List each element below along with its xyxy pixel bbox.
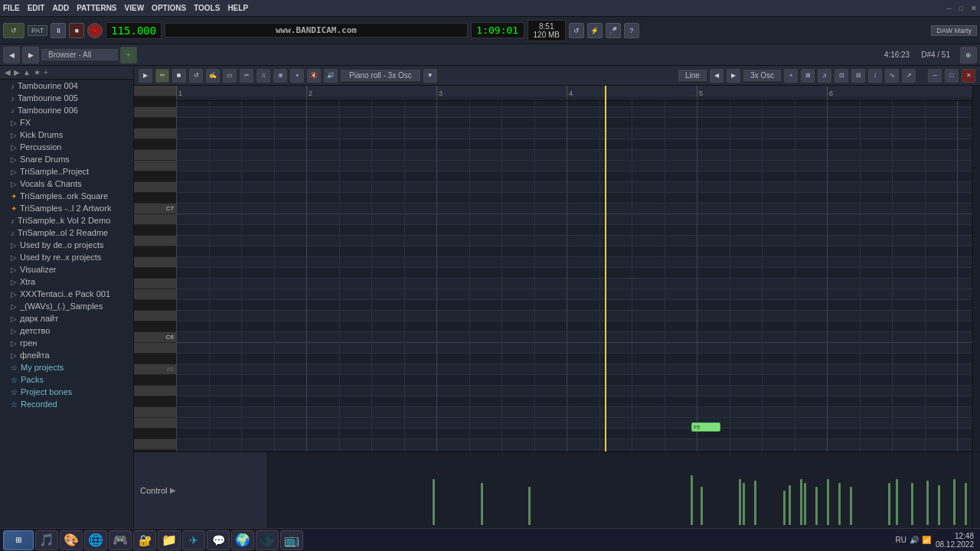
grid-area[interactable]: 123456 A4 A4 A4 C5 C5 C5 C5 C5 F5 [176, 86, 972, 452]
synth-selector[interactable]: 3x Osc [743, 70, 781, 81]
pr-zoom-btn[interactable]: ⌖ [290, 69, 304, 83]
velocity-bar-13[interactable] [827, 479, 829, 525]
pr-close-btn[interactable]: ✕ [962, 69, 975, 83]
piano-key-D#7[interactable] [134, 171, 176, 182]
menu-tools[interactable]: TOOLS [194, 4, 220, 12]
menu-view[interactable]: VIEW [125, 4, 145, 12]
pr-dropdown-btn[interactable]: ▼ [423, 69, 437, 83]
sidebar-item-myprojects[interactable]: ☆ My projects [0, 361, 133, 373]
pr-erase-btn[interactable]: ✂ [240, 69, 253, 83]
snap-label[interactable]: Line [678, 70, 707, 81]
sidebar-item-trisamples-artwork[interactable]: ✦ TriSamples -..l 2 Artwork [0, 202, 133, 214]
piano-key-G6[interactable] [134, 257, 176, 268]
pr-minimize-btn[interactable]: ─ [928, 69, 942, 83]
pr-pencil2-btn[interactable]: ✍ [206, 69, 220, 83]
piano-key-A7[interactable] [134, 107, 176, 118]
menu-add[interactable]: ADD [52, 4, 69, 12]
pr-snap-prev[interactable]: ◀ [710, 69, 724, 83]
taskbar-app-dark[interactable]: 🌑 [256, 530, 279, 550]
taskbar-app-game[interactable]: 🎮 [109, 530, 132, 550]
velocity-bar-9[interactable] [789, 485, 791, 525]
velocity-bar-0[interactable] [433, 479, 435, 525]
velocity-bar-14[interactable] [838, 483, 841, 525]
pr-snap-next[interactable]: ▶ [727, 69, 740, 83]
menu-edit[interactable]: EDIT [28, 4, 45, 12]
pr-loop-btn[interactable]: ↺ [189, 69, 203, 83]
velocity-bar-17[interactable] [896, 479, 898, 525]
sidebar-item-visualizer[interactable]: ▷ Visualizer [0, 263, 133, 276]
velocity-bar-12[interactable] [815, 487, 818, 525]
sidebar-item-percussion[interactable]: ▷ Percussion [0, 141, 133, 153]
add-btn[interactable]: + [120, 47, 137, 64]
piano-key-C#6[interactable] [134, 321, 176, 332]
taskbar-app-browser[interactable]: 🌐 [84, 530, 107, 550]
piano-key-D#6[interactable] [134, 300, 176, 311]
sidebar-nav-next[interactable]: ▶ [14, 68, 20, 77]
pr-chord-btn[interactable]: ♬ [818, 69, 831, 83]
sidebar-item-used-demo[interactable]: ▷ Used by de..o projects [0, 239, 133, 251]
pr-arrow-btn[interactable]: ↕ [868, 69, 882, 83]
control-expand[interactable]: ▶ [170, 486, 176, 494]
piano-key-F#7[interactable] [134, 139, 176, 150]
piano-key-G7[interactable] [134, 129, 176, 139]
sidebar-item-xxxtentaci[interactable]: ▷ XXXTentaci..e Pack 001 [0, 288, 133, 300]
menu-patterns[interactable]: PATTERNS [77, 4, 116, 12]
plugin-icon[interactable]: ⚡ [587, 23, 603, 38]
velocity-bar-20[interactable] [938, 485, 940, 525]
menu-file[interactable]: FILE [3, 4, 20, 12]
piano-key-A#7[interactable] [134, 96, 176, 107]
taskbar-app-paint[interactable]: 🎨 [60, 530, 83, 550]
zoom-in-btn[interactable]: ⊕ [960, 47, 977, 64]
piano-key-F6[interactable] [134, 279, 176, 289]
window-maximize-btn[interactable]: □ [959, 5, 963, 12]
sidebar-item-wavs-samples[interactable]: ▷ _(WAVs)_(.)_Samples [0, 300, 133, 312]
velocity-bar-15[interactable] [850, 487, 852, 525]
pr-more-btn[interactable]: ⊟ [851, 69, 865, 83]
piano-key-D6[interactable] [134, 311, 176, 321]
taskbar-app-yandex[interactable]: 🌍 [231, 530, 254, 550]
pr-maximize-btn[interactable]: □ [945, 69, 959, 83]
piano-key-E7[interactable] [134, 161, 176, 171]
taskbar-app-security[interactable]: 🔐 [133, 530, 156, 550]
sidebar-item-vocals[interactable]: ▷ Vocals & Chants [0, 178, 133, 190]
sidebar-item-detstvo[interactable]: ▷ детство [0, 324, 133, 337]
piano-key-F#5[interactable] [134, 396, 176, 407]
velocity-bar-7[interactable] [754, 481, 756, 525]
velocity-bar-2[interactable] [528, 487, 531, 525]
sidebar-item-xtra[interactable]: ▷ Xtra [0, 276, 133, 288]
taskbar-app-chat[interactable]: 💬 [207, 530, 230, 550]
velocity-bar-5[interactable] [739, 479, 741, 525]
loop-button[interactable]: ↺ [3, 23, 24, 38]
taskbar-app-folder[interactable]: 📁 [158, 530, 181, 550]
piano-key-A#6[interactable] [134, 225, 176, 236]
menu-help[interactable]: HELP [227, 4, 248, 12]
record-button[interactable]: ● [87, 23, 103, 38]
pr-export-btn[interactable]: ↗ [902, 69, 916, 83]
piano-key-A6[interactable] [134, 236, 176, 246]
pr-speaker-btn[interactable]: 🔊 [324, 69, 338, 83]
sidebar-item-packs[interactable]: ☆ Packs [0, 373, 133, 386]
sidebar-item-fleyta[interactable]: ▷ флейта [0, 349, 133, 361]
sidebar-item-used-remix[interactable]: ▷ Used by re..x projects [0, 251, 133, 263]
nav-forward-btn[interactable]: ▶ [22, 47, 39, 64]
stop-button[interactable]: ■ [69, 23, 84, 38]
piano-key-G5[interactable] [134, 386, 176, 396]
piano-key-D#5[interactable] [134, 429, 176, 439]
piano-key-A5[interactable]: A5 [134, 364, 176, 375]
pr-select-btn[interactable]: ▭ [223, 69, 237, 83]
velocity-bar-6[interactable] [743, 483, 745, 525]
piano-key-C#5[interactable] [134, 450, 176, 452]
piano-key-C6[interactable]: C6 [134, 332, 176, 343]
sidebar-item-tambourine005[interactable]: ♪ Tambourine 005 [0, 92, 133, 104]
refresh-icon[interactable]: ↺ [569, 23, 584, 38]
sidebar-item-projectbones[interactable]: ☆ Project bones [0, 386, 133, 398]
piano-key-D7[interactable] [134, 182, 176, 193]
network-icon[interactable]: 📶 [922, 536, 931, 544]
taskbar-app-video[interactable]: 📺 [280, 530, 303, 550]
velocity-bar-22[interactable] [965, 483, 967, 525]
pr-grid-btn[interactable]: ⊞ [801, 69, 815, 83]
sidebar-nav-up[interactable]: ▲ [23, 68, 31, 77]
piano-key-C7[interactable]: C7 [134, 204, 176, 214]
piano-key-F5[interactable] [134, 407, 176, 418]
piano-key-D5[interactable] [134, 439, 176, 450]
